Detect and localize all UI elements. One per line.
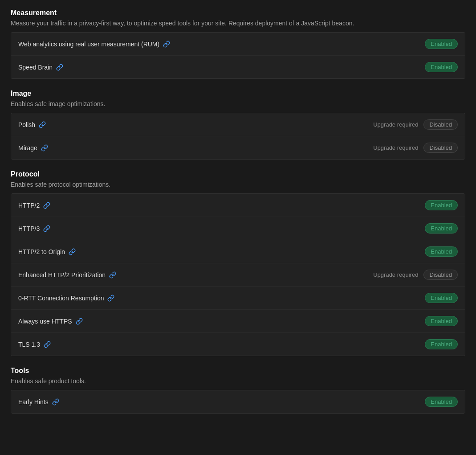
feature-right: Enabled [425,339,458,349]
feature-right: Enabled [425,397,458,407]
external-link-icon[interactable] [56,64,63,71]
feature-left: Speed Brain [18,64,63,71]
status-badge[interactable]: Enabled [425,316,458,326]
section-image: ImageEnables safe image optimizations.Po… [11,90,465,160]
feature-name: Polish [18,121,35,128]
feature-name: Web analytics using real user measuremen… [18,41,159,48]
upgrade-required-text: Upgrade required [373,121,418,128]
feature-row: Early Hints Enabled [11,390,465,413]
external-link-icon[interactable] [44,341,51,348]
feature-right: Enabled [425,62,458,72]
section-description-image: Enables safe image optimizations. [11,100,465,107]
external-link-icon[interactable] [107,295,114,302]
section-title-protocol: Protocol [11,170,465,178]
feature-row: HTTP/2 to Origin Enabled [11,240,465,263]
feature-name: Mirage [18,144,37,152]
feature-left: Always use HTTPS [18,318,83,325]
feature-left: Polish [18,121,46,128]
status-badge[interactable]: Enabled [425,62,458,72]
page-container: MeasurementMeasure your traffic in a pri… [0,0,476,433]
feature-row: TLS 1.3 Enabled [11,333,465,356]
status-badge[interactable]: Disabled [423,270,458,280]
feature-row: HTTP/2 Enabled [11,194,465,217]
feature-name: HTTP/3 [18,225,40,232]
feature-left: TLS 1.3 [18,341,51,348]
feature-right: Upgrade requiredDisabled [373,270,458,280]
external-link-icon[interactable] [41,144,48,152]
status-badge[interactable]: Enabled [425,339,458,349]
feature-list-measurement: Web analytics using real user measuremen… [11,32,465,79]
external-link-icon[interactable] [69,248,76,255]
feature-name: TLS 1.3 [18,341,40,348]
feature-right: Enabled [425,246,458,257]
feature-right: Enabled [425,316,458,326]
section-description-protocol: Enables safe protocol optimizations. [11,181,465,188]
status-badge[interactable]: Enabled [425,246,458,257]
status-badge[interactable]: Enabled [425,200,458,210]
external-link-icon[interactable] [109,271,116,279]
feature-list-protocol: HTTP/2 EnabledHTTP/3 EnabledHTTP/2 to Or… [11,193,465,356]
upgrade-required-text: Upgrade required [373,271,418,278]
feature-left: HTTP/2 [18,202,50,209]
feature-row: Speed Brain Enabled [11,56,465,78]
upgrade-required-text: Upgrade required [373,144,418,151]
status-badge[interactable]: Disabled [423,119,458,130]
feature-name: 0-RTT Connection Resumption [18,295,104,302]
feature-name: Always use HTTPS [18,318,72,325]
section-title-image: Image [11,90,465,98]
status-badge[interactable]: Enabled [425,293,458,303]
feature-right: Upgrade requiredDisabled [373,119,458,130]
feature-row: Always use HTTPS Enabled [11,310,465,333]
feature-left: HTTP/2 to Origin [18,248,76,255]
feature-name: Early Hints [18,398,49,406]
feature-right: Upgrade requiredDisabled [373,143,458,153]
feature-left: Enhanced HTTP/2 Prioritization [18,271,116,279]
feature-right: Enabled [425,200,458,210]
feature-right: Enabled [425,293,458,303]
feature-right: Enabled [425,223,458,234]
status-badge[interactable]: Disabled [423,143,458,153]
section-title-tools: Tools [11,367,465,375]
feature-row: 0-RTT Connection Resumption Enabled [11,287,465,310]
external-link-icon[interactable] [163,41,170,48]
external-link-icon[interactable] [52,398,59,406]
external-link-icon[interactable] [43,225,50,232]
status-badge[interactable]: Enabled [425,39,458,49]
section-title-measurement: Measurement [11,9,465,17]
feature-list-image: Polish Upgrade requiredDisabledMirage Up… [11,113,465,160]
section-description-measurement: Measure your traffic in a privacy-first … [11,20,465,27]
feature-left: 0-RTT Connection Resumption [18,295,114,302]
external-link-icon[interactable] [43,202,50,209]
feature-name: HTTP/2 [18,202,40,209]
feature-name: Enhanced HTTP/2 Prioritization [18,271,106,279]
feature-row: Polish Upgrade requiredDisabled [11,113,465,136]
feature-row: HTTP/3 Enabled [11,217,465,240]
status-badge[interactable]: Enabled [425,223,458,234]
section-tools: ToolsEnables safe product tools.Early Hi… [11,367,465,414]
feature-left: Early Hints [18,398,59,406]
feature-name: HTTP/2 to Origin [18,248,65,255]
feature-name: Speed Brain [18,64,53,71]
external-link-icon[interactable] [76,318,83,325]
feature-left: Web analytics using real user measuremen… [18,41,170,48]
section-description-tools: Enables safe product tools. [11,377,465,385]
feature-right: Enabled [425,39,458,49]
feature-row: Enhanced HTTP/2 Prioritization Upgrade r… [11,263,465,287]
feature-left: Mirage [18,144,48,152]
feature-row: Mirage Upgrade requiredDisabled [11,136,465,159]
section-protocol: ProtocolEnables safe protocol optimizati… [11,170,465,356]
feature-row: Web analytics using real user measuremen… [11,33,465,56]
external-link-icon[interactable] [39,121,46,128]
feature-list-tools: Early Hints Enabled [11,390,465,414]
feature-left: HTTP/3 [18,225,50,232]
status-badge[interactable]: Enabled [425,397,458,407]
section-measurement: MeasurementMeasure your traffic in a pri… [11,9,465,79]
